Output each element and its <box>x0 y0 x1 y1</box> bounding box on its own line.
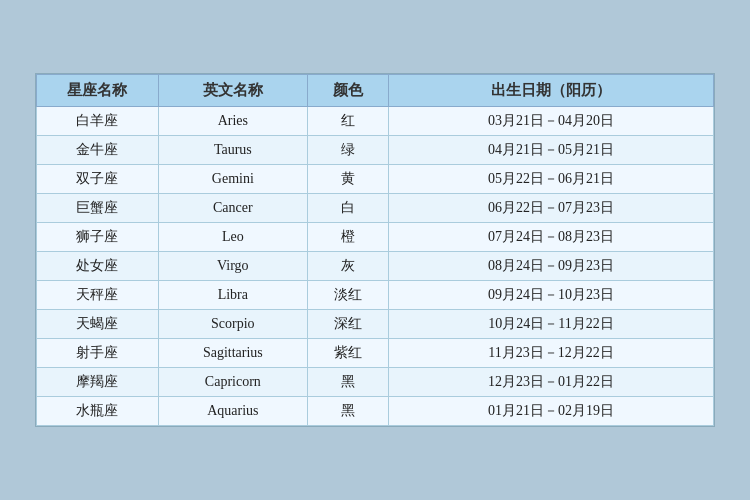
cell-date: 05月22日－06月21日 <box>389 165 714 194</box>
table-row: 水瓶座Aquarius黑01月21日－02月19日 <box>37 397 714 426</box>
header-date: 出生日期（阳历） <box>389 75 714 107</box>
cell-date: 08月24日－09月23日 <box>389 252 714 281</box>
cell-english: Leo <box>158 223 307 252</box>
cell-color: 橙 <box>307 223 388 252</box>
cell-date: 09月24日－10月23日 <box>389 281 714 310</box>
cell-chinese: 双子座 <box>37 165 159 194</box>
table-row: 天蝎座Scorpio深红10月24日－11月22日 <box>37 310 714 339</box>
cell-color: 绿 <box>307 136 388 165</box>
cell-date: 04月21日－05月21日 <box>389 136 714 165</box>
cell-date: 07月24日－08月23日 <box>389 223 714 252</box>
zodiac-table-container: 星座名称 英文名称 颜色 出生日期（阳历） 白羊座Aries红03月21日－04… <box>35 73 715 427</box>
table-row: 双子座Gemini黄05月22日－06月21日 <box>37 165 714 194</box>
cell-color: 红 <box>307 107 388 136</box>
cell-english: Cancer <box>158 194 307 223</box>
table-row: 摩羯座Capricorn黑12月23日－01月22日 <box>37 368 714 397</box>
cell-color: 白 <box>307 194 388 223</box>
cell-date: 01月21日－02月19日 <box>389 397 714 426</box>
table-row: 射手座Sagittarius紫红11月23日－12月22日 <box>37 339 714 368</box>
cell-color: 黑 <box>307 397 388 426</box>
cell-english: Libra <box>158 281 307 310</box>
cell-english: Taurus <box>158 136 307 165</box>
cell-chinese: 天蝎座 <box>37 310 159 339</box>
table-row: 狮子座Leo橙07月24日－08月23日 <box>37 223 714 252</box>
header-english: 英文名称 <box>158 75 307 107</box>
cell-english: Virgo <box>158 252 307 281</box>
cell-date: 11月23日－12月22日 <box>389 339 714 368</box>
table-row: 白羊座Aries红03月21日－04月20日 <box>37 107 714 136</box>
header-chinese: 星座名称 <box>37 75 159 107</box>
cell-color: 黑 <box>307 368 388 397</box>
cell-color: 黄 <box>307 165 388 194</box>
table-row: 巨蟹座Cancer白06月22日－07月23日 <box>37 194 714 223</box>
table-row: 处女座Virgo灰08月24日－09月23日 <box>37 252 714 281</box>
header-color: 颜色 <box>307 75 388 107</box>
table-header-row: 星座名称 英文名称 颜色 出生日期（阳历） <box>37 75 714 107</box>
cell-chinese: 狮子座 <box>37 223 159 252</box>
cell-chinese: 射手座 <box>37 339 159 368</box>
cell-chinese: 水瓶座 <box>37 397 159 426</box>
cell-english: Gemini <box>158 165 307 194</box>
cell-color: 紫红 <box>307 339 388 368</box>
cell-chinese: 天秤座 <box>37 281 159 310</box>
table-row: 天秤座Libra淡红09月24日－10月23日 <box>37 281 714 310</box>
cell-english: Capricorn <box>158 368 307 397</box>
cell-date: 06月22日－07月23日 <box>389 194 714 223</box>
cell-chinese: 巨蟹座 <box>37 194 159 223</box>
cell-english: Aquarius <box>158 397 307 426</box>
cell-chinese: 摩羯座 <box>37 368 159 397</box>
cell-chinese: 白羊座 <box>37 107 159 136</box>
cell-english: Aries <box>158 107 307 136</box>
cell-chinese: 处女座 <box>37 252 159 281</box>
cell-english: Sagittarius <box>158 339 307 368</box>
cell-color: 淡红 <box>307 281 388 310</box>
cell-chinese: 金牛座 <box>37 136 159 165</box>
cell-color: 深红 <box>307 310 388 339</box>
cell-date: 03月21日－04月20日 <box>389 107 714 136</box>
zodiac-table: 星座名称 英文名称 颜色 出生日期（阳历） 白羊座Aries红03月21日－04… <box>36 74 714 426</box>
cell-date: 12月23日－01月22日 <box>389 368 714 397</box>
cell-color: 灰 <box>307 252 388 281</box>
cell-english: Scorpio <box>158 310 307 339</box>
cell-date: 10月24日－11月22日 <box>389 310 714 339</box>
table-row: 金牛座Taurus绿04月21日－05月21日 <box>37 136 714 165</box>
